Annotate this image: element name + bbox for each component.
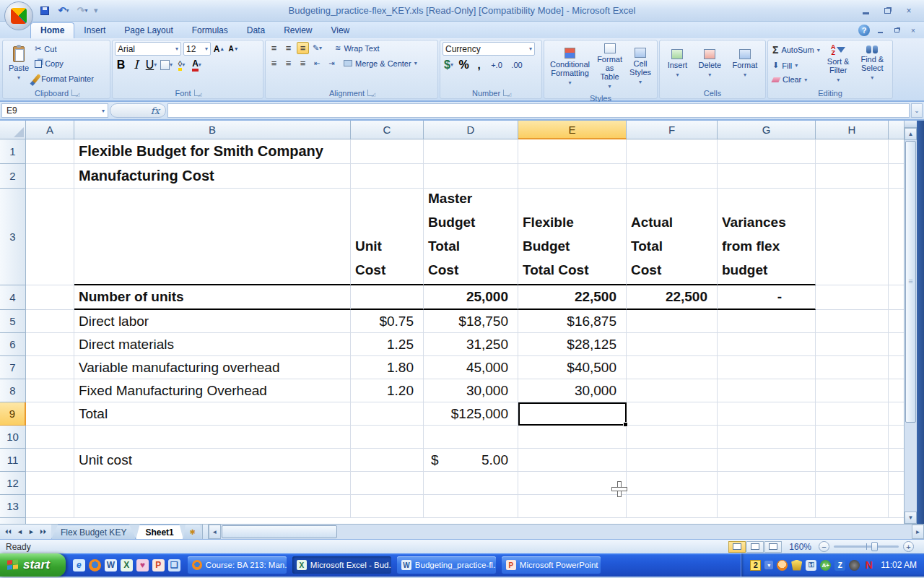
- cell-B6[interactable]: Direct materials: [74, 333, 351, 356]
- cell-C13[interactable]: [351, 495, 424, 518]
- undo-button[interactable]: ↶▾: [56, 4, 71, 17]
- align-top-button[interactable]: ≡: [268, 42, 280, 54]
- conditional-formatting-button[interactable]: Conditional Formatting▾: [546, 42, 593, 92]
- name-box-caret[interactable]: ▾: [102, 108, 108, 114]
- tray-hidden-icons-chevron[interactable]: ▾: [764, 561, 773, 569]
- column-header-g[interactable]: G: [718, 121, 816, 139]
- accounting-format-button[interactable]: $▾: [443, 59, 455, 71]
- vertical-scrollbar-thumb[interactable]: [905, 141, 916, 423]
- cell-G7[interactable]: [718, 356, 816, 379]
- page-layout-view-button[interactable]: [746, 541, 764, 553]
- cell-E13[interactable]: [518, 495, 627, 518]
- cell-H6[interactable]: [816, 333, 889, 356]
- cell-F5[interactable]: [627, 310, 718, 333]
- cell-B12[interactable]: [74, 472, 351, 495]
- cell-H12[interactable]: [816, 472, 889, 495]
- align-right-button[interactable]: ≡: [297, 57, 309, 69]
- cell-H8[interactable]: [816, 379, 889, 402]
- cell-B9[interactable]: Total: [74, 402, 351, 426]
- row-header-10[interactable]: 10: [0, 426, 26, 449]
- scroll-up-button[interactable]: ▲: [905, 128, 917, 140]
- column-header-d[interactable]: D: [424, 121, 518, 139]
- scroll-down-button[interactable]: ▼: [905, 512, 917, 524]
- underline-button[interactable]: U▾: [145, 59, 157, 71]
- delete-cells-button[interactable]: Delete▾: [694, 42, 725, 86]
- zoom-slider-track[interactable]: [834, 545, 899, 548]
- cell-F13[interactable]: [627, 495, 718, 518]
- cell-B4[interactable]: Number of units: [74, 285, 351, 310]
- wrap-text-button[interactable]: ≋Wrap Text: [333, 43, 382, 53]
- cell-A12[interactable]: [26, 472, 74, 495]
- cell-B11[interactable]: Unit cost: [74, 449, 351, 472]
- tab-review[interactable]: Review: [274, 23, 321, 38]
- format-cells-button[interactable]: Format▾: [729, 42, 762, 86]
- increase-indent-button[interactable]: ⇥: [326, 57, 338, 69]
- powerpoint-icon[interactable]: P: [152, 559, 165, 571]
- cell-G2[interactable]: [718, 164, 816, 189]
- grow-font-button[interactable]: A▲: [213, 43, 225, 55]
- cell-G9[interactable]: [718, 402, 816, 426]
- cell-D4[interactable]: 25,000: [424, 285, 518, 310]
- minimize-button[interactable]: [856, 5, 875, 17]
- cell-B2[interactable]: Manufacturing Cost: [74, 164, 351, 189]
- cell-F4[interactable]: 22,500: [627, 285, 718, 310]
- cell-G4[interactable]: -: [718, 285, 816, 310]
- cell-H11[interactable]: [816, 449, 889, 472]
- align-middle-button[interactable]: ≡: [282, 42, 295, 54]
- cell-G6[interactable]: [718, 333, 816, 356]
- cell-D11[interactable]: $5.00: [424, 449, 518, 472]
- last-sheet-button[interactable]: ⏵⏵: [38, 528, 48, 536]
- zoom-in-button[interactable]: +: [903, 541, 914, 552]
- zoom-out-button[interactable]: −: [819, 541, 829, 552]
- cell-C1[interactable]: [351, 139, 424, 164]
- cell-H9[interactable]: [816, 402, 889, 426]
- formula-bar-expand-button[interactable]: ⌄: [911, 103, 923, 118]
- cell-E5[interactable]: $16,875: [518, 310, 627, 333]
- tab-formulas[interactable]: Formulas: [183, 23, 237, 38]
- row-header-8[interactable]: 8: [0, 379, 26, 402]
- normal-view-button[interactable]: [728, 541, 746, 553]
- cell-C9[interactable]: [351, 402, 424, 426]
- workbook-minimize-button[interactable]: [873, 26, 886, 35]
- cell-A10[interactable]: [26, 426, 74, 449]
- decrease-decimal-button[interactable]: .00: [508, 59, 526, 71]
- internet-explorer-icon[interactable]: e: [73, 559, 85, 571]
- font-size-select[interactable]: 12▾: [183, 42, 211, 56]
- alignment-dialog-launcher[interactable]: [367, 90, 374, 96]
- cell-D2[interactable]: [424, 164, 518, 189]
- taskbar-window-word[interactable]: W Budgeting_practice-fl...: [397, 556, 496, 574]
- clipboard-dialog-launcher[interactable]: [71, 90, 78, 96]
- cell-C6[interactable]: 1.25: [351, 333, 424, 356]
- cell-F2[interactable]: [627, 164, 718, 189]
- insert-cells-button[interactable]: Insert▾: [664, 42, 692, 86]
- copy-button[interactable]: Copy: [32, 59, 96, 69]
- cell-G13[interactable]: [718, 495, 816, 518]
- page-break-view-button[interactable]: [764, 541, 782, 553]
- cut-button[interactable]: ✂Cut: [32, 43, 96, 54]
- cell-F1[interactable]: [627, 139, 718, 164]
- cell-B5[interactable]: Direct labor: [74, 310, 351, 333]
- tray-badge[interactable]: 2: [750, 560, 761, 571]
- cell-B3[interactable]: [74, 189, 351, 285]
- redo-button[interactable]: ↷▾: [75, 4, 90, 17]
- tray-security-shield-icon[interactable]: [791, 560, 802, 571]
- clear-button[interactable]: Clear▾: [770, 74, 822, 85]
- row-header-1[interactable]: 1: [0, 139, 26, 164]
- workbook-close-button[interactable]: ×: [907, 26, 920, 35]
- bold-button[interactable]: B: [115, 59, 127, 71]
- cell-H5[interactable]: [816, 310, 889, 333]
- increase-decimal-button[interactable]: +.0: [488, 59, 505, 71]
- cell-E1[interactable]: [518, 139, 627, 164]
- cell-D8[interactable]: 30,000: [424, 379, 518, 402]
- prev-sheet-button[interactable]: ◄: [14, 528, 25, 535]
- excel-icon[interactable]: X: [121, 559, 133, 571]
- cell-G1[interactable]: [718, 139, 816, 164]
- cell-B13[interactable]: [74, 495, 351, 518]
- tab-page-layout[interactable]: Page Layout: [115, 23, 182, 38]
- cell-H13[interactable]: [816, 495, 889, 518]
- paste-button[interactable]: Paste ▾: [5, 42, 32, 86]
- cell-D1[interactable]: [424, 139, 518, 164]
- cell-D6[interactable]: 31,250: [424, 333, 518, 356]
- cell-F7[interactable]: [627, 356, 718, 379]
- cell-D7[interactable]: 45,000: [424, 356, 518, 379]
